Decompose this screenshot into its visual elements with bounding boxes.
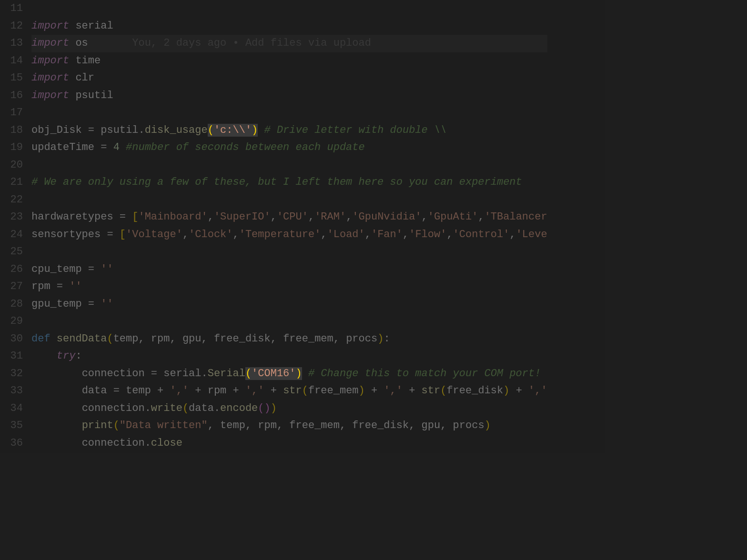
code-line[interactable]: gpu_temp = '' bbox=[31, 296, 547, 313]
token-paren-y: ( bbox=[107, 333, 113, 345]
token-ident: psutil bbox=[101, 124, 138, 136]
line-number[interactable]: 21 bbox=[0, 174, 23, 191]
token-fn: write bbox=[151, 402, 182, 414]
code-line[interactable]: updateTime = 4 #number of seconds betwee… bbox=[31, 139, 547, 157]
token-punct: , bbox=[182, 229, 189, 240]
line-number[interactable]: 30 bbox=[0, 330, 23, 348]
token-ident: cpu_temp bbox=[31, 263, 82, 275]
token-punct: , bbox=[233, 229, 239, 240]
line-number[interactable]: 36 bbox=[0, 435, 23, 452]
token-kw-import: import bbox=[31, 20, 69, 32]
line-number[interactable]: 17 bbox=[0, 104, 23, 122]
token-str: 'GpuAti' bbox=[428, 211, 478, 223]
code-line[interactable]: def sendData(temp, rpm, gpu, free_disk, … bbox=[31, 330, 547, 348]
line-number[interactable]: 13 bbox=[0, 35, 23, 52]
line-number[interactable]: 31 bbox=[0, 348, 23, 365]
code-line[interactable]: connection.close bbox=[31, 435, 547, 452]
token-ident: gpu_temp bbox=[31, 298, 82, 310]
line-number[interactable]: 19 bbox=[0, 139, 23, 157]
token-punct: . bbox=[145, 402, 151, 414]
code-line[interactable]: # We are only using a few of these, but … bbox=[31, 174, 547, 191]
code-line[interactable]: import time bbox=[31, 52, 547, 70]
code-line[interactable]: import serial bbox=[31, 18, 547, 35]
token-fn: encode bbox=[220, 402, 258, 414]
highlighted-region: ('COM16') bbox=[245, 367, 302, 380]
code-line[interactable] bbox=[31, 243, 547, 261]
code-line[interactable]: import psutil bbox=[31, 87, 547, 105]
token-paren-y: ( bbox=[440, 385, 446, 397]
token-fn: sendData bbox=[57, 333, 107, 345]
token-op: = bbox=[101, 141, 107, 153]
code-line[interactable] bbox=[31, 104, 547, 122]
code-line[interactable] bbox=[31, 313, 547, 330]
line-number[interactable]: 12 bbox=[0, 18, 23, 35]
line-number[interactable]: 27 bbox=[0, 278, 23, 296]
code-line[interactable]: import os You, 2 days ago • Add files vi… bbox=[31, 35, 547, 52]
code-line[interactable]: try: bbox=[31, 348, 547, 365]
token-op: + bbox=[195, 385, 201, 397]
token-punct: , bbox=[509, 229, 515, 240]
token-paren-y: ( bbox=[208, 124, 214, 136]
line-number[interactable]: 33 bbox=[0, 382, 23, 400]
code-line[interactable]: print("Data written", temp, rpm, free_me… bbox=[31, 417, 547, 435]
line-number[interactable]: 20 bbox=[0, 157, 23, 174]
token-str: 'SuperIO' bbox=[214, 211, 271, 223]
token-paren-y: ) bbox=[377, 333, 384, 345]
token-punct: : bbox=[75, 350, 81, 362]
token-kw-import: import bbox=[31, 90, 69, 101]
line-number[interactable]: 11 bbox=[0, 0, 23, 18]
code-line[interactable] bbox=[31, 157, 547, 174]
code-line[interactable]: sensortypes = ['Voltage','Clock','Temper… bbox=[31, 226, 547, 244]
token-punct: , bbox=[208, 211, 214, 223]
line-number[interactable]: 24 bbox=[0, 226, 23, 244]
token-str: 'c:\\' bbox=[214, 124, 252, 136]
token-str: 'Mainboard' bbox=[138, 211, 207, 223]
code-line[interactable]: connection.write(data.encode()) bbox=[31, 400, 547, 418]
line-number[interactable]: 32 bbox=[0, 365, 23, 383]
token-str: "Data written" bbox=[120, 420, 208, 431]
code-line[interactable]: hardwaretypes = ['Mainboard','SuperIO','… bbox=[31, 209, 547, 226]
token-punct: , bbox=[365, 229, 371, 240]
code-editor[interactable]: 11121314151617181920212223242526272829⌄3… bbox=[0, 0, 605, 452]
code-line[interactable]: import clr bbox=[31, 70, 547, 87]
token-op: + bbox=[371, 385, 377, 397]
token-ident: updateTime bbox=[31, 141, 94, 153]
code-line[interactable]: obj_Disk = psutil.disk_usage('c:\\') # D… bbox=[31, 122, 547, 140]
token-ident: rpm bbox=[258, 420, 277, 431]
line-number[interactable]: 14 bbox=[0, 52, 23, 70]
line-number[interactable]: 28 bbox=[0, 296, 23, 313]
token-punct: , bbox=[271, 333, 277, 345]
code-line[interactable] bbox=[31, 0, 547, 18]
token-ident: serial bbox=[163, 368, 201, 380]
token-punct: , bbox=[277, 420, 283, 431]
line-number[interactable]: 23 bbox=[0, 209, 23, 226]
code-line[interactable]: connection = serial.Serial('COM16') # Ch… bbox=[31, 365, 547, 383]
code-area[interactable]: import serialimport os You, 2 days ago •… bbox=[31, 0, 547, 452]
line-number[interactable]: 29 bbox=[0, 313, 23, 330]
token-paren-y: ) bbox=[485, 420, 491, 431]
token-punct: , bbox=[271, 211, 277, 223]
line-number[interactable]: 15 bbox=[0, 70, 23, 87]
token-op: = bbox=[120, 211, 126, 223]
token-ident: connection bbox=[82, 437, 145, 449]
token-str: 'Control' bbox=[453, 229, 510, 240]
line-number[interactable]: 34 bbox=[0, 400, 23, 418]
token-paren-y: ) bbox=[252, 124, 258, 136]
token-ident: data bbox=[82, 385, 107, 397]
token-fn: str bbox=[283, 385, 302, 397]
line-number[interactable]: 16 bbox=[0, 87, 23, 105]
line-number[interactable]: 18 bbox=[0, 122, 23, 140]
code-line[interactable] bbox=[31, 191, 547, 209]
token-ident: sensortypes bbox=[31, 229, 101, 240]
line-number[interactable]: 22 bbox=[0, 191, 23, 209]
code-line[interactable]: data = temp + ',' + rpm + ',' + str(free… bbox=[31, 382, 547, 400]
line-number-gutter[interactable]: 11121314151617181920212223242526272829⌄3… bbox=[0, 0, 31, 452]
code-line[interactable]: cpu_temp = '' bbox=[31, 261, 547, 279]
token-ident: os bbox=[75, 37, 88, 49]
token-ident: free_mem bbox=[283, 333, 333, 345]
line-number[interactable]: 35 bbox=[0, 417, 23, 435]
code-line[interactable]: rpm = '' bbox=[31, 278, 547, 296]
line-number[interactable]: 25 bbox=[0, 243, 23, 261]
line-number[interactable]: 26 bbox=[0, 261, 23, 279]
token-punct: , bbox=[346, 211, 352, 223]
